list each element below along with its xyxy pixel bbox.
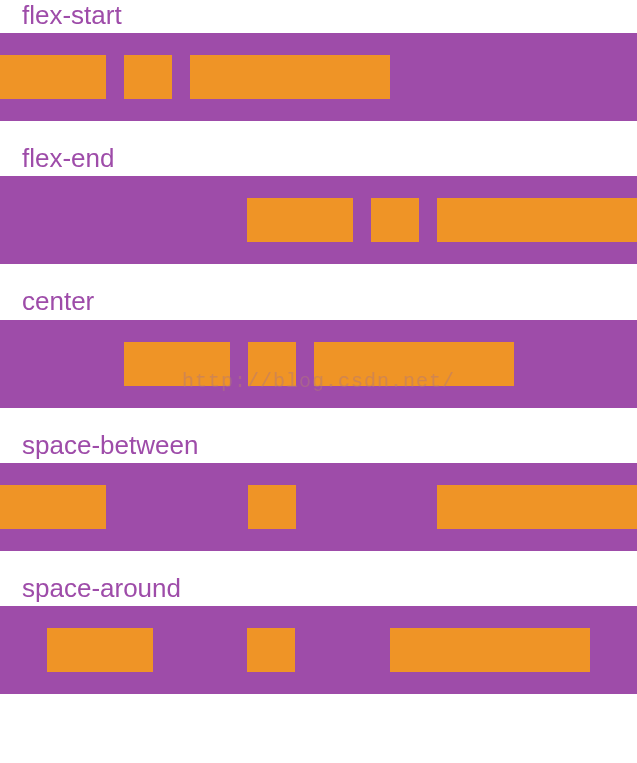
section-space-between: space-between (0, 430, 637, 551)
flex-item (437, 198, 637, 242)
section-space-around: space-around (0, 573, 637, 694)
container-center (0, 320, 637, 408)
flex-item (0, 485, 106, 529)
flex-item (247, 628, 295, 672)
flex-item (248, 342, 296, 386)
flex-item (124, 55, 172, 99)
label-flex-start: flex-start (0, 0, 637, 31)
container-flex-end (0, 176, 637, 264)
flex-item (437, 485, 637, 529)
flex-item (314, 342, 514, 386)
container-space-between (0, 463, 637, 551)
flex-item (0, 55, 106, 99)
flex-item (247, 198, 353, 242)
section-flex-start: flex-start (0, 0, 637, 121)
flex-item (371, 198, 419, 242)
label-space-around: space-around (0, 573, 637, 604)
label-center: center (0, 286, 637, 317)
flex-item (190, 55, 390, 99)
flex-item (47, 628, 153, 672)
label-space-between: space-between (0, 430, 637, 461)
flex-item (124, 342, 230, 386)
container-flex-start (0, 33, 637, 121)
flex-item (390, 628, 590, 672)
label-flex-end: flex-end (0, 143, 637, 174)
section-center: center (0, 286, 637, 407)
flex-item (248, 485, 296, 529)
section-flex-end: flex-end (0, 143, 637, 264)
container-space-around (0, 606, 637, 694)
